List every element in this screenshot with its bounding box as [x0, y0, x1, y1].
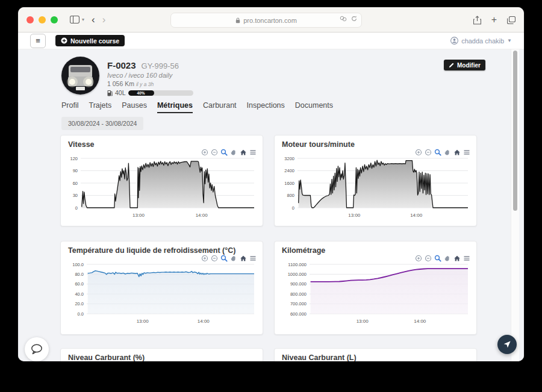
tab-carburant[interactable]: Carburant — [203, 101, 237, 113]
svg-text:13:00: 13:00 — [132, 213, 145, 218]
fuel-gauge-fill: 40% — [128, 90, 154, 96]
svg-text:20.0: 20.0 — [75, 301, 84, 306]
chart-card-carburant-l: Niveau Carburant (L) — [274, 348, 477, 361]
tab-trajets[interactable]: Trajets — [89, 101, 111, 113]
svg-text:60.0: 60.0 — [75, 281, 84, 287]
new-course-button[interactable]: Nouvelle course — [55, 35, 125, 46]
chart-plot[interactable]: 0.020.040.060.080.0100.013:0014:00 — [64, 260, 260, 327]
svg-text:14:00: 14:00 — [198, 319, 210, 324]
svg-text:80.0: 80.0 — [75, 272, 84, 277]
user-icon — [450, 37, 458, 45]
refresh-icon[interactable] — [351, 16, 357, 22]
share-icon[interactable] — [473, 16, 481, 25]
app-header: ≡ Nouvelle course chadda chakib ▼ — [18, 33, 524, 49]
svg-text:800.000: 800.000 — [290, 291, 307, 297]
svg-text:1000.000: 1000.000 — [288, 272, 307, 277]
chart-card-vitesse: Vitesse 030609012013:0014:00 — [60, 135, 263, 226]
vehicle-info: F-0023 GY-999-56 Iveco / iveco 160 daily… — [107, 60, 193, 96]
url-text: pro.toncarton.com — [243, 17, 297, 24]
chart-plot[interactable]: 030609012013:0014:00 — [64, 154, 260, 221]
pencil-icon — [449, 63, 454, 68]
chevron-down-icon: ▼ — [507, 38, 512, 43]
chat-button[interactable] — [25, 337, 49, 361]
svg-text:1600: 1600 — [284, 181, 294, 186]
address-bar[interactable]: pro.toncarton.com — [170, 13, 362, 28]
svg-text:700.000: 700.000 — [290, 301, 307, 306]
browser-window: ▾ ‹ › pro.toncarton.com + ≡ Nouvelle cou… — [18, 7, 524, 361]
zoom-window-button[interactable] — [51, 16, 58, 23]
svg-text:30: 30 — [73, 193, 78, 198]
svg-text:120: 120 — [70, 156, 78, 161]
tab-metriques[interactable]: Métriques — [157, 101, 193, 113]
close-window-button[interactable] — [26, 16, 34, 23]
modify-label: Modifier — [457, 62, 481, 69]
sidebar-icon[interactable] — [70, 16, 79, 23]
window-controls — [26, 16, 58, 23]
tabs-icon[interactable] — [507, 16, 516, 24]
chart-title: Niveau Carburant (L) — [282, 353, 357, 361]
hamburger-menu-button[interactable]: ≡ — [30, 34, 46, 48]
chart-plot[interactable]: 600.000700.000800.000900.0001000.0001100… — [278, 260, 474, 327]
lock-icon — [235, 17, 240, 23]
svg-text:3200: 3200 — [284, 156, 294, 161]
vehicle-odometer-ago: il y a 3h — [136, 81, 154, 87]
page-settings-icon[interactable] — [340, 16, 347, 22]
back-icon[interactable]: ‹ — [92, 14, 95, 25]
fuel-gauge: 40% — [128, 90, 193, 96]
svg-text:60: 60 — [73, 181, 78, 186]
chart-card-temperature: Température du liquide de refroidissemen… — [60, 241, 263, 335]
vehicle-code: F-0023 — [107, 60, 136, 70]
tabs-bar: ProfilTrajetsPausesMétriquesCarburantIns… — [61, 101, 333, 113]
svg-text:0: 0 — [75, 205, 78, 211]
svg-text:13:00: 13:00 — [137, 319, 149, 324]
chat-bubble-icon — [30, 343, 43, 355]
date-range-input[interactable]: 30/08/2024 - 30/08/2024 — [61, 117, 143, 130]
new-course-label: Nouvelle course — [70, 37, 119, 45]
chart-title: Moteur tours/minute — [282, 140, 355, 149]
svg-text:900.000: 900.000 — [290, 281, 307, 287]
svg-text:14:00: 14:00 — [196, 213, 208, 218]
browser-chrome: ▾ ‹ › pro.toncarton.com + — [18, 7, 524, 33]
scrollbar-thumb[interactable] — [513, 51, 517, 211]
chart-title: Vitesse — [68, 140, 95, 149]
svg-text:800: 800 — [287, 193, 294, 198]
svg-text:1100.000: 1100.000 — [288, 262, 307, 267]
chart-card-moteur: Moteur tours/minute 080016002400320013:0… — [274, 135, 477, 226]
chart-title: Température du liquide de refroidissemen… — [68, 246, 235, 255]
vehicle-avatar[interactable] — [61, 57, 99, 95]
chart-card-kilometrage: Kilométrage 600.000700.000800.000900.000… — [274, 241, 477, 335]
tab-inspections[interactable]: Inspections — [247, 101, 285, 113]
vehicle-odometer: 1 056 Km — [107, 80, 134, 87]
svg-text:13:00: 13:00 — [348, 213, 361, 218]
vehicle-model: Iveco / iveco 160 daily — [107, 72, 193, 79]
tab-pauses[interactable]: Pauses — [122, 101, 147, 113]
fuel-pump-icon — [107, 90, 113, 96]
svg-text:13:00: 13:00 — [357, 319, 369, 324]
tab-profil[interactable]: Profil — [61, 101, 78, 113]
fuel-amount: 40L — [115, 89, 126, 96]
user-menu[interactable]: chadda chakib ▼ — [450, 37, 512, 45]
vehicle-plate: GY-999-56 — [142, 61, 179, 70]
svg-text:0: 0 — [292, 205, 294, 211]
chart-plot[interactable]: 080016002400320013:0014:00 — [278, 154, 474, 221]
plus-circle-icon — [61, 37, 67, 44]
new-tab-icon[interactable]: + — [491, 14, 497, 25]
chevron-down-icon[interactable]: ▾ — [82, 17, 84, 22]
main-content: F-0023 GY-999-56 Iveco / iveco 160 daily… — [18, 49, 524, 361]
paper-plane-icon — [503, 340, 511, 349]
minimize-window-button[interactable] — [39, 16, 46, 23]
svg-text:600.000: 600.000 — [290, 311, 307, 317]
modify-button[interactable]: Modifier — [444, 60, 485, 70]
svg-text:90: 90 — [73, 168, 78, 173]
navigate-button[interactable] — [497, 335, 517, 354]
svg-text:0.0: 0.0 — [78, 311, 84, 317]
chart-card-carburant-pct: Niveau Carburant (%) — [60, 348, 263, 361]
svg-text:100.0: 100.0 — [72, 262, 84, 267]
svg-text:14:00: 14:00 — [414, 319, 426, 324]
user-name: chadda chakib — [461, 37, 504, 45]
tab-documents[interactable]: Documents — [295, 101, 333, 113]
chart-title: Kilométrage — [282, 246, 325, 255]
forward-icon[interactable]: › — [102, 14, 106, 25]
svg-text:2400: 2400 — [284, 168, 294, 173]
fuel-percent-label: 40% — [137, 91, 145, 95]
